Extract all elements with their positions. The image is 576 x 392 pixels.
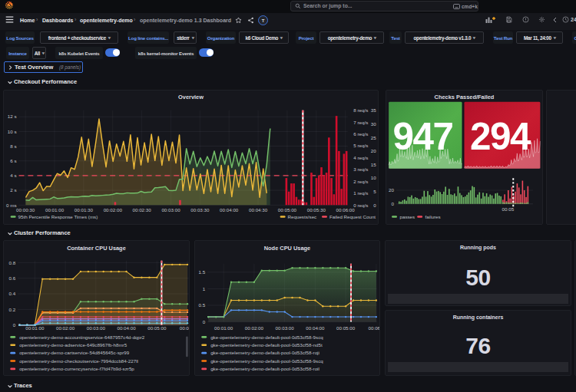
svg-text:00:01:00: 00:01:00 xyxy=(214,325,233,331)
svg-text:00:01:30: 00:01:30 xyxy=(74,207,94,212)
svg-text:20: 20 xyxy=(371,148,376,153)
svg-text:00:03:00: 00:03:00 xyxy=(87,325,106,331)
svg-text:0.2: 0.2 xyxy=(9,307,16,312)
svg-text:00:03:00: 00:03:00 xyxy=(276,325,295,331)
svg-text:0 req/s: 0 req/s xyxy=(353,203,368,208)
svg-text:opentelemetry-demo-adservice-6: opentelemetry-demo-adservice-649c8967fb-… xyxy=(19,342,127,348)
svg-text:00:01:00: 00:01:00 xyxy=(25,325,45,331)
svg-text:35: 35 xyxy=(371,107,376,113)
svg-text:15: 15 xyxy=(371,162,376,167)
svg-text:00:05:00: 00:05:00 xyxy=(278,207,297,212)
svg-text:gke-opentelemetry-demo-default: gke-opentelemetry-demo-default-pool-0d53… xyxy=(210,342,323,348)
svg-text:opentelemetry-demo-currencyser: opentelemetry-demo-currencyservice-f7fd4… xyxy=(19,366,134,371)
svg-text:00:05:00: 00:05:00 xyxy=(336,325,356,331)
svg-text:00:04:30: 00:04:30 xyxy=(249,207,268,212)
svg-text:4 s: 4 s xyxy=(10,173,16,178)
svg-text:2 s: 2 s xyxy=(10,187,16,193)
svg-text:Node CPU Usage: Node CPU Usage xyxy=(264,245,311,252)
svg-text:12 s: 12 s xyxy=(8,114,17,119)
svg-text:gke-opentelemetry-demo-default: gke-opentelemetry-demo-default-pool-0d53… xyxy=(210,334,323,340)
svg-text:passes: passes xyxy=(399,214,415,219)
svg-text:00:03:00: 00:03:00 xyxy=(161,207,180,212)
svg-text:0: 0 xyxy=(392,201,395,206)
svg-text:8 s: 8 s xyxy=(10,143,16,149)
svg-text:1: 1 xyxy=(203,286,206,292)
svg-text:0: 0 xyxy=(13,322,16,328)
svg-text:0.4: 0.4 xyxy=(9,291,16,296)
svg-text:Failed Request Count: Failed Request Count xyxy=(329,214,376,219)
svg-text:00:02:00: 00:02:00 xyxy=(104,207,123,212)
svg-text:00:04:00: 00:04:00 xyxy=(220,207,239,212)
svg-text:20: 20 xyxy=(389,187,394,193)
svg-text:6 req/s: 6 req/s xyxy=(353,131,368,137)
svg-text:00:06:0: 00:06:0 xyxy=(180,325,190,331)
svg-text:2 req/s: 2 req/s xyxy=(353,179,368,184)
svg-text:Overview: Overview xyxy=(178,94,204,100)
svg-text:00:00:30: 00:00:30 xyxy=(16,207,35,212)
svg-text:00:04:00: 00:04:00 xyxy=(306,325,325,331)
svg-text:00:02:30: 00:02:30 xyxy=(133,207,152,212)
svg-text:10 s: 10 s xyxy=(8,129,17,134)
svg-text:5: 5 xyxy=(373,189,376,194)
svg-text:294: 294 xyxy=(470,115,531,157)
svg-text:opentelemetry-demo-checkoutser: opentelemetry-demo-checkoutservice-7994d… xyxy=(19,358,138,364)
svg-text:00:04:00: 00:04:00 xyxy=(117,325,136,331)
svg-text:30: 30 xyxy=(371,121,376,127)
svg-text:0.8: 0.8 xyxy=(9,260,16,265)
svg-text:1 req/s: 1 req/s xyxy=(353,190,368,196)
svg-text:0.5: 0.5 xyxy=(199,302,206,308)
svg-text:00:01:00: 00:01:00 xyxy=(45,207,65,212)
svg-text:gke-opentelemetry-demo-default: gke-opentelemetry-demo-default-pool-0d53… xyxy=(210,350,319,355)
svg-text:00:06:00: 00:06:00 xyxy=(336,207,356,212)
svg-text:00:05:30: 00:05:30 xyxy=(307,207,326,212)
svg-text:opentelemetry-demo-accountings: opentelemetry-demo-accountingservice-648… xyxy=(19,334,145,340)
svg-text:00:05:00: 00:05:00 xyxy=(147,325,167,331)
svg-text:opentelemetry-demo-cartservice: opentelemetry-demo-cartservice-54d845645… xyxy=(19,350,130,355)
svg-text:gke-opentelemetry-demo-default: gke-opentelemetry-demo-default-pool-0d53… xyxy=(210,366,319,371)
svg-text:0: 0 xyxy=(203,319,206,324)
svg-text:4 req/s: 4 req/s xyxy=(353,155,368,160)
svg-text:95th Percentile Response Times: 95th Percentile Response Times (ms) xyxy=(18,214,98,219)
svg-text:6 s: 6 s xyxy=(10,158,16,163)
svg-text:00:02:00: 00:02:00 xyxy=(56,325,75,331)
svg-text:00:05: 00:05 xyxy=(502,206,515,212)
svg-text:1.5: 1.5 xyxy=(199,269,206,275)
svg-text:Checks Passed/Failed: Checks Passed/Failed xyxy=(435,94,495,100)
svg-text:10: 10 xyxy=(371,175,376,180)
svg-text:Requests/sec: Requests/sec xyxy=(288,214,317,219)
svg-text:gke-opentelemetry-demo-default: gke-opentelemetry-demo-default-pool-0d53… xyxy=(210,358,323,364)
svg-text:00:06:0: 00:06:0 xyxy=(369,325,380,331)
svg-text:5 req/s: 5 req/s xyxy=(353,143,368,148)
svg-text:7 req/s: 7 req/s xyxy=(353,120,368,125)
svg-text:8 req/s: 8 req/s xyxy=(353,107,368,113)
svg-text:00:02:00: 00:02:00 xyxy=(245,325,264,331)
svg-text:0.6: 0.6 xyxy=(9,275,16,281)
svg-text:947: 947 xyxy=(393,115,453,157)
svg-text:failures: failures xyxy=(425,214,441,219)
svg-text:0: 0 xyxy=(373,203,376,208)
svg-text:00:03:30: 00:03:30 xyxy=(190,207,210,212)
svg-text:Container CPU Usage: Container CPU Usage xyxy=(67,245,126,252)
svg-text:25: 25 xyxy=(371,135,376,140)
svg-text:0 ms: 0 ms xyxy=(6,203,16,208)
svg-text:3 req/s: 3 req/s xyxy=(353,166,368,172)
